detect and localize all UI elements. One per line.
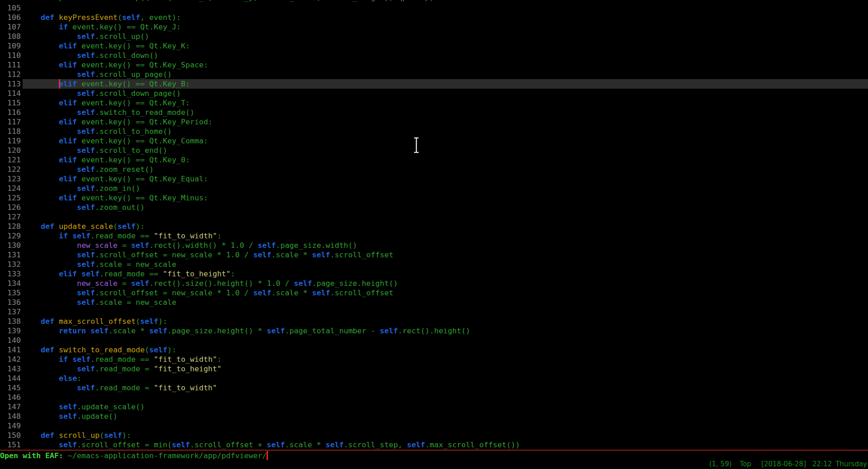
awesome-tray: (1, 59)Top[2018-06-28]22:12Thursday [0, 460, 867, 469]
code-line-115[interactable]: 115 elif event.key() == Qt.Key_T: [0, 98, 868, 108]
code-line-122[interactable]: 122 self.zoom_reset() [0, 165, 868, 174]
code-line-141[interactable]: 141 def switch_to_read_mode(self): [0, 345, 868, 355]
code-text: self.update_scale() [23, 402, 868, 412]
code-line-124[interactable]: 124 self.zoom_in() [0, 184, 868, 193]
code-text: if event.key() == Qt.Key_J: [23, 22, 868, 32]
code-line-111[interactable]: 111 elif event.key() == Qt.Key_Space: [0, 60, 868, 70]
code-text: self.scroll_down_page() [23, 89, 868, 98]
code-line-110[interactable]: 110 self.scroll_down() [0, 51, 868, 60]
line-number: 117 [0, 117, 23, 127]
code-line-140[interactable]: 140 [0, 336, 868, 345]
line-number: 111 [0, 60, 23, 70]
code-line-119[interactable]: 119 elif event.key() == Qt.Key_Comma: [0, 136, 868, 146]
line-number: 135 [0, 288, 23, 298]
code-line-130[interactable]: 130 new_scale = self.rect().width() * 1.… [0, 241, 868, 250]
code-line-128[interactable]: 128 def update_scale(self): [0, 222, 868, 231]
code-line-149[interactable]: 149 [0, 421, 868, 431]
code-line-138[interactable]: 138 def max_scroll_offset(self): [0, 317, 868, 326]
line-number: 127 [0, 212, 23, 222]
code-text: elif event.key() == Qt.Key_Comma: [23, 136, 868, 146]
code-text: if self.read_mode == "fit_to_width": [23, 231, 868, 241]
code-text: painter.drawPixmap(QRect(render_x, rende… [23, 0, 868, 2]
code-line-113[interactable]: 113 elif event.key() == Qt.Key_B: [0, 79, 868, 89]
line-number: 129 [0, 231, 23, 241]
code-line-126[interactable]: 126 self.zoom_out() [0, 203, 868, 212]
code-line-117[interactable]: 117 elif event.key() == Qt.Key_Period: [0, 117, 868, 127]
line-number: 108 [0, 32, 23, 41]
code-line-109[interactable]: 109 elif event.key() == Qt.Key_K: [0, 41, 868, 51]
code-text: new_scale = self.rect().size().height() … [23, 279, 868, 288]
code-line-139[interactable]: 139 return self.scale * self.page_size.h… [0, 326, 868, 336]
code-text: def switch_to_read_mode(self): [23, 345, 868, 355]
code-line-131[interactable]: 131 self.scroll_offset = new_scale * 1.0… [0, 250, 868, 260]
code-line-142[interactable]: 142 if self.read_mode == "fit_to_width": [0, 355, 868, 364]
line-number: 114 [0, 89, 23, 98]
code-text: return self.scale * self.page_size.heigh… [23, 326, 868, 336]
code-text: elif event.key() == Qt.Key_Space: [23, 60, 868, 70]
code-line-112[interactable]: 112 self.scroll_up_page() [0, 70, 868, 79]
code-line-145[interactable]: 145 self.read_mode = "fit_to_width" [0, 383, 868, 393]
tray-time: 22:12 [812, 460, 832, 468]
code-text: self.scroll_down() [23, 51, 868, 60]
code-line-116[interactable]: 116 self.switch_to_read_mode() [0, 108, 868, 117]
code-line-144[interactable]: 144 else: [0, 374, 868, 383]
code-line-114[interactable]: 114 self.scroll_down_page() [0, 89, 868, 98]
code-line-105[interactable]: 105 [0, 3, 868, 13]
line-number: 144 [0, 374, 23, 383]
code-line-121[interactable]: 121 elif event.key() == Qt.Key_0: [0, 155, 868, 165]
code-line-106[interactable]: 106 def keyPressEvent(self, event): [0, 13, 868, 22]
code-line-104[interactable]: 104 painter.drawPixmap(QRect(render_x, r… [0, 0, 868, 2]
code-text: self.zoom_in() [23, 184, 868, 193]
code-line-125[interactable]: 125 elif event.key() == Qt.Key_Minus: [0, 193, 868, 203]
code-line-148[interactable]: 148 self.update() [0, 412, 868, 421]
code-text: self.switch_to_read_mode() [23, 108, 868, 117]
line-number: 123 [0, 174, 23, 184]
code-line-135[interactable]: 135 self.scroll_offset = new_scale * 1.0… [0, 288, 868, 298]
line-number: 124 [0, 184, 23, 193]
code-line-147[interactable]: 147 self.update_scale() [0, 402, 868, 412]
tray-date: [2018-06-28] [761, 460, 806, 468]
code-text: else: [23, 374, 868, 383]
line-number: 121 [0, 155, 23, 165]
code-line-134[interactable]: 134 new_scale = self.rect().size().heigh… [0, 279, 868, 288]
line-number: 140 [0, 336, 23, 345]
line-number: 125 [0, 193, 23, 203]
code-line-123[interactable]: 123 elif event.key() == Qt.Key_Equal: [0, 174, 868, 184]
code-line-108[interactable]: 108 self.scroll_up() [0, 32, 868, 41]
line-number: 136 [0, 298, 23, 307]
code-line-129[interactable]: 129 if self.read_mode == "fit_to_width": [0, 231, 868, 241]
code-line-146[interactable]: 146 [0, 393, 868, 402]
code-buffer[interactable]: 105106 def keyPressEvent(self, event):10… [0, 3, 868, 450]
code-text: self.update() [23, 412, 868, 421]
line-number: 113 [0, 79, 23, 89]
line-number: 126 [0, 203, 23, 212]
line-number: 147 [0, 402, 23, 412]
code-text: self.scroll_offset = min(self.scroll_off… [23, 440, 868, 450]
line-number: 120 [0, 146, 23, 155]
code-line-127[interactable]: 127 [0, 212, 868, 222]
code-line-150[interactable]: 150 def scroll_up(self): [0, 431, 868, 440]
code-line-133[interactable]: 133 elif self.read_mode == "fit_to_heigh… [0, 269, 868, 279]
code-text: self.scroll_to_home() [23, 127, 868, 136]
code-line-132[interactable]: 132 self.scale = new_scale [0, 260, 868, 269]
code-text: self.scroll_offset = new_scale * 1.0 / s… [23, 250, 868, 260]
code-line-137[interactable]: 137 [0, 307, 868, 317]
code-text: self.scroll_up_page() [23, 70, 868, 79]
code-line-151[interactable]: 151 self.scroll_offset = min(self.scroll… [0, 440, 868, 450]
code-text: def update_scale(self): [23, 222, 868, 231]
minibuffer[interactable]: Open with EAF: ~/emacs-application-frame… [0, 451, 868, 460]
line-number: 109 [0, 41, 23, 51]
code-line-107[interactable]: 107 if event.key() == Qt.Key_J: [0, 22, 868, 32]
line-number: 106 [0, 13, 23, 22]
line-number: 150 [0, 431, 23, 440]
line-number: 118 [0, 127, 23, 136]
minibuffer-text-cursor [267, 451, 268, 460]
clipped-code-line-104: 104 painter.drawPixmap(QRect(render_x, r… [0, 0, 868, 3]
minibuffer-input[interactable]: ~/emacs-application-framework/app/pdfvie… [68, 451, 267, 460]
code-text: elif event.key() == Qt.Key_B: [23, 79, 868, 89]
code-line-143[interactable]: 143 self.read_mode = "fit_to_height" [0, 364, 868, 374]
code-line-120[interactable]: 120 self.scroll_to_end() [0, 146, 868, 155]
code-line-118[interactable]: 118 self.scroll_to_home() [0, 127, 868, 136]
line-number: 119 [0, 136, 23, 146]
code-line-136[interactable]: 136 self.scale = new_scale [0, 298, 868, 307]
